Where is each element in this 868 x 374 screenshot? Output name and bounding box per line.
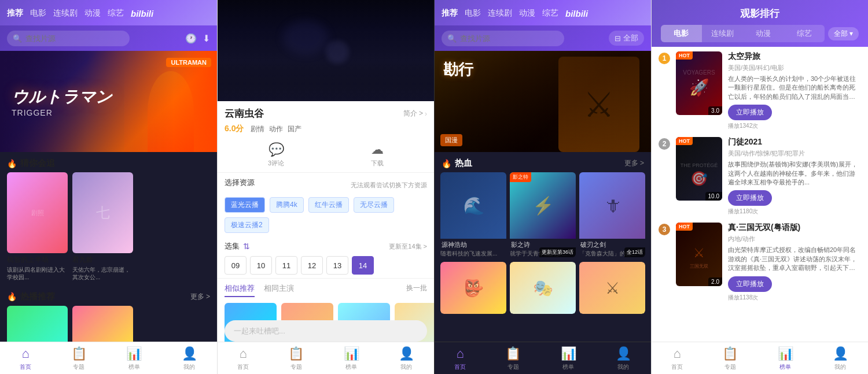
anime-card-5[interactable]: ⚔ [579,262,645,314]
tab-home-p1[interactable]: ⌂ 首页 [20,346,31,371]
source-btn-3[interactable]: 无尽云播 [354,197,394,213]
panel3-content: 🔥 热血 更多 > 🌊 源神浩劫 随着科技的飞速发展... ⚡ 影之特 更新至第… [435,152,651,342]
tab-home-p3[interactable]: ⌂ 首页 [454,346,466,371]
guess-thumb-0: 剧照 [7,172,68,253]
ep-14[interactable]: 14 [352,256,374,275]
rank-play-btn-1[interactable]: 立即播放 [728,105,772,120]
nav-movie-p1[interactable]: 电影 [30,8,46,18]
tab-rank-p4[interactable]: 📊 榜单 [778,346,793,371]
rank-hot-badge-1: HOT [676,51,693,60]
episode-header: 选集 ⇅ 更新至14集 > [225,241,427,251]
hero-banner-p3[interactable]: ⚔ 勘行 国漫 [435,51,651,152]
related-tab-cast[interactable]: 相同主演 [264,283,294,297]
nav-movie-p3[interactable]: 电影 [465,8,481,18]
rank-score-1: 3.0 [708,106,722,115]
rank-tab-anime[interactable]: 动漫 [743,25,784,42]
filter-btn-p3[interactable]: ⊟ 全部 [609,31,644,46]
source-btn-4[interactable]: 极速云播2 [225,217,269,233]
video-brief[interactable]: 简介 > › [403,109,427,119]
tab-topic-p3[interactable]: 📋 专题 [505,346,521,371]
brand-logo-p1: bilbili [131,9,153,18]
history-icon-p1[interactable]: 🕐 [185,33,197,44]
tab-profile-p2[interactable]: 👤 我的 [399,346,414,371]
hot-more-link[interactable]: 更多 > [190,292,210,302]
anime-card-1[interactable]: ⚡ 影之特 更新至第36话 影之诗 就学于天青学院的少... [510,172,576,257]
hot-more-p3[interactable]: 更多 > [624,158,644,168]
ep-09[interactable]: 09 [225,256,247,275]
nav-recommend-p1[interactable]: 推荐 [7,8,23,18]
source-btn-2[interactable]: 红牛云播 [308,197,349,213]
hot-card-1[interactable] [72,306,133,342]
download-icon: ☁ [371,142,384,157]
download-icon-p1[interactable]: ⬇ [203,33,210,44]
tab-rank-p2[interactable]: 📊 榜单 [344,346,359,371]
rank-item-desc-1: 在人类的一项长久的计划中，30个少年被送往一颗新行星居住。但是在他们的船长离奇的… [728,75,861,101]
guess-card-0[interactable]: 剧照 机智的上半场 该剧从四名剧刚进入大学校园... [7,172,68,281]
tab-home-p4[interactable]: ⌂ 首页 [671,346,683,371]
brand-logo-p3: bilbili [565,9,588,18]
tab-profile-p1[interactable]: 👤 我的 [182,346,197,371]
tab-topic-p1[interactable]: 📋 专题 [71,346,87,371]
sort-icon[interactable]: ⇅ [243,242,250,251]
guess-card-desc-1: 天佑六年，志宗崩逝，其次女公... [72,266,133,281]
guess-card-1[interactable]: 七 君九龄 天佑六年，志宗崩逝，其次女公... [72,172,133,281]
tag-action: 动作 [269,124,283,134]
rank-play-btn-3[interactable]: 立即播放 [728,276,772,292]
ep-badge-1: 更新至第36话 [539,247,576,257]
nav-variety-p3[interactable]: 综艺 [542,8,558,18]
ep-11[interactable]: 11 [275,256,297,275]
nav-anime-p3[interactable]: 动漫 [519,8,535,18]
tab-home-p2[interactable]: ⌂ 首页 [237,346,249,371]
rank-thumb-1[interactable]: VOYAGERS 🚀 3.0 HOT [676,51,722,115]
rank-thumb-3[interactable]: ⚔ 三国无双 2.0 HOT [676,223,722,286]
rank-tab-variety[interactable]: 综艺 [784,25,825,42]
anime-thumb-5: ⚔ [579,262,645,314]
anime-thumb-4: 🎭 [510,262,576,314]
tab-profile-p3[interactable]: 👤 我的 [616,346,631,371]
related-tab-similar[interactable]: 相似推荐 [225,283,255,297]
nav-variety-p1[interactable]: 综艺 [108,8,124,18]
rank-filter-btn[interactable]: 全部 ▾ [828,27,859,40]
nav-series-p3[interactable]: 连续剧 [488,8,512,18]
anime-card-0[interactable]: 🌊 源神浩劫 随着科技的飞速发展... [440,172,506,257]
ep-10[interactable]: 10 [250,256,272,275]
rank-tab-movie[interactable]: 电影 [661,25,702,42]
anime-card-2[interactable]: 🗡 全12话 破刃之剑 「克鲁森大陆」的住... [579,172,645,257]
comment-action[interactable]: 💬 3评论 [268,142,284,168]
panel-rankings: 观影排行 电影 连续剧 动漫 综艺 全部 ▾ 1 VOYAGERS 🚀 [651,0,868,374]
episode-update[interactable]: 更新至14集 > [389,242,427,251]
hero-banner-p1[interactable]: ウルトラマン TRIGGER ULTRAMAN [0,51,217,152]
related-refresh[interactable]: 换一批 [406,283,427,297]
nav-recommend-p3[interactable]: 推荐 [442,8,458,18]
home-label-p3: 首页 [454,363,466,371]
ep-13[interactable]: 13 [326,256,348,275]
download-action[interactable]: ☁ 下载 [371,142,384,168]
search-input-p1[interactable] [7,31,130,46]
anime-thumb-0: 🌊 [440,172,506,239]
rank-thumb-2[interactable]: THE PROTÉGÉ 🎯 10.0 HOT [676,137,722,201]
rank-title: 观影排行 [661,7,859,20]
panel-home: 推荐 电影 连续剧 动漫 综艺 bilbili 🔍 🕐 ⬇ ウルトラマン TRI… [0,0,217,374]
ep-12[interactable]: 12 [301,256,323,275]
nav-anime-p1[interactable]: 动漫 [84,8,101,18]
source-btn-1[interactable]: 腾腾4k [270,197,304,213]
tab-topic-p2[interactable]: 📋 专题 [288,346,304,371]
hot-thumb-1 [72,306,133,342]
rank-play-btn-2[interactable]: 立即播放 [728,190,772,206]
tab-topic-p4[interactable]: 📋 专题 [722,346,738,371]
comment-bar[interactable]: 一起来吐槽吧... [225,320,427,342]
tab-profile-p4[interactable]: 👤 我的 [833,346,848,371]
anime-card-3[interactable]: 👺 [440,262,506,314]
episode-section: 选集 ⇅ 更新至14集 > 09 10 11 12 13 14 [218,238,434,278]
rank-item-title-2: 门徒2021 [728,137,861,147]
tab-rank-p1[interactable]: 📊 榜单 [126,346,142,371]
rank-tab-series[interactable]: 连续剧 [702,25,743,42]
source-btn-0[interactable]: 蓝光云播 [225,197,265,213]
guess-title: 猜你会追 [20,158,55,169]
search-input-p3[interactable] [442,31,564,46]
hot-card-0[interactable] [7,306,68,342]
anime-card-4[interactable]: 🎭 [510,262,576,314]
nav-series-p1[interactable]: 连续剧 [53,8,78,18]
tab-rank-p3[interactable]: 📊 榜单 [561,346,576,371]
video-player[interactable] [218,0,434,101]
